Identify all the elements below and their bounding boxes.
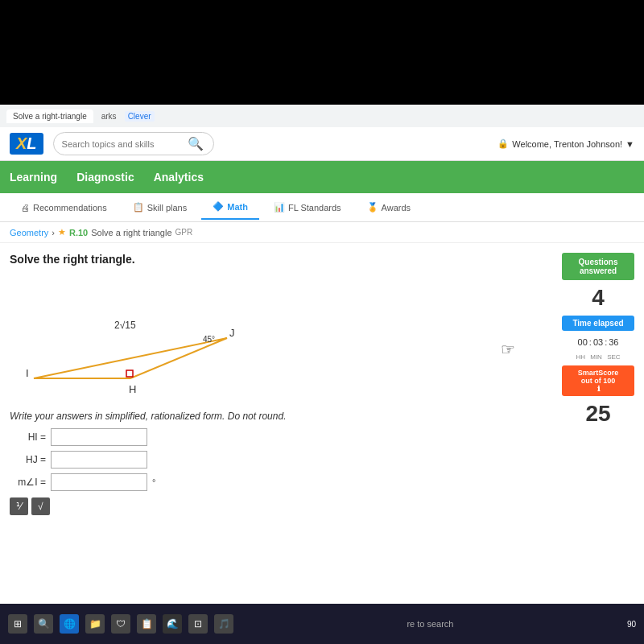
input-hi[interactable] <box>51 428 147 446</box>
awards-label: Awards <box>382 203 411 213</box>
breadcrumb-tag: GPR <box>175 228 193 237</box>
breadcrumb-skill-name: Solve a right triangle <box>91 228 171 237</box>
taskbar: ⊞ 🔍 🌐 📁 🛡 📋 🌊 ⊡ 🎵 re to search 90 <box>0 604 644 644</box>
search-input[interactable] <box>62 139 183 149</box>
label-min: MIN <box>590 353 602 361</box>
fl-label: FL Standards <box>288 203 341 213</box>
tab-recommendations[interactable]: 🖨 Recommendations <box>10 196 118 219</box>
taskbar-search-btn[interactable]: 🔍 <box>34 614 53 634</box>
input-hj[interactable] <box>51 451 147 469</box>
dropdown-icon[interactable]: ▼ <box>625 139 634 149</box>
smartscore-label: SmartScore <box>565 369 631 377</box>
label-hj: HJ = <box>10 454 46 465</box>
lock-icon: 🔒 <box>497 138 509 149</box>
svg-marker-0 <box>34 338 227 378</box>
taskbar-search-text: re to search <box>407 619 453 629</box>
tab-awards[interactable]: 🏅 Awards <box>356 196 422 219</box>
smartscore-info-icon: ℹ <box>597 385 600 393</box>
questions-count: 4 <box>562 285 634 311</box>
taskbar-shield[interactable]: 🛡 <box>111 614 130 634</box>
time-elapsed-label: Time elapsed <box>565 319 631 328</box>
time-sep1: : <box>589 337 592 347</box>
browser-tab[interactable]: Solve a right-triangle <box>6 109 93 123</box>
fl-icon: 📊 <box>274 202 285 213</box>
welcome-label: Welcome, Trenton Johnson! <box>512 139 622 149</box>
breadcrumb-star: ★ <box>58 227 66 237</box>
smartscore-sub: out of 100 <box>565 377 631 385</box>
label-hi: HI = <box>10 431 46 443</box>
sub-tabs: 🖨 Recommendations 📋 Skill plans 🔷 Math 📊… <box>0 193 644 222</box>
svg-text:2√15: 2√15 <box>114 320 136 331</box>
tab-math[interactable]: 🔷 Math <box>201 195 259 220</box>
browser-chrome: Solve a right-triangle arks Clever <box>0 105 644 127</box>
search-icon: 🔍 <box>188 136 204 151</box>
label-mi: m∠I = <box>10 477 46 488</box>
recommendations-icon: 🖨 <box>21 203 30 213</box>
taskbar-right: 90 <box>627 620 636 629</box>
time-box: Time elapsed <box>562 316 634 331</box>
svg-rect-1 <box>126 370 133 377</box>
svg-text:J: J <box>229 327 235 339</box>
awards-icon: 🏅 <box>367 202 378 213</box>
taskbar-folder[interactable]: 📁 <box>85 614 105 634</box>
breadcrumb-skill-code: R.10 <box>69 228 88 237</box>
sqrt-button[interactable]: √ <box>31 497 50 515</box>
action-buttons: ⅟ √ <box>10 497 552 515</box>
screen: Solve a right-triangle arks Clever XL 🔍 … <box>0 105 644 604</box>
bookmark-clever[interactable]: Clever <box>125 112 155 121</box>
ixl-logo[interactable]: XL <box>10 133 43 155</box>
math-icon: 🔷 <box>213 201 224 212</box>
tab-fl-standards[interactable]: 📊 FL Standards <box>262 196 353 219</box>
top-black-area <box>0 0 644 105</box>
label-sec: SEC <box>607 353 620 361</box>
triangle-svg: I J H 2√15 45° <box>10 274 251 398</box>
nav-analytics[interactable]: Analytics <box>154 164 204 190</box>
questions-box: Questions answered <box>562 253 634 280</box>
time-sep2: : <box>605 337 607 347</box>
main-content: Solve the right triangle. I J H 2√15 45° <box>0 243 644 525</box>
questions-answered-label: Questions answered <box>565 258 631 275</box>
svg-text:I: I <box>26 367 29 379</box>
bookmark-arks[interactable]: arks <box>101 112 117 121</box>
time-hours: 00 <box>578 337 588 347</box>
skillplans-icon: 📋 <box>133 202 144 213</box>
input-mi[interactable] <box>51 473 147 491</box>
recommendations-label: Recommendations <box>33 203 107 213</box>
clock-time: 90 <box>627 620 636 629</box>
taskbar-browser[interactable]: 🌐 <box>60 614 79 634</box>
breadcrumb-separator: › <box>52 228 55 237</box>
nav-diagnostic[interactable]: Diagnostic <box>76 164 134 190</box>
problem-title: Solve the right triangle. <box>10 253 552 266</box>
search-bar[interactable]: 🔍 <box>53 132 214 155</box>
taskbar-app1[interactable]: ⊡ <box>188 614 208 634</box>
breadcrumb: Geometry › ★ R.10 Solve a right triangle… <box>0 222 644 243</box>
triangle-container: I J H 2√15 45° <box>10 274 552 402</box>
taskbar-chrome[interactable]: 🌊 <box>163 614 182 634</box>
input-row-hi: HI = <box>10 428 552 446</box>
skillplans-label: Skill plans <box>147 203 188 213</box>
input-row-mi: m∠I = ° <box>10 473 552 491</box>
tab-skill-plans[interactable]: 📋 Skill plans <box>122 196 199 219</box>
ixl-header: XL 🔍 🔒 Welcome, Trenton Johnson! ▼ <box>0 127 644 161</box>
nav-learning[interactable]: Learning <box>10 164 57 190</box>
time-labels: HH MIN SEC <box>562 353 634 361</box>
problem-area: Solve the right triangle. I J H 2√15 45° <box>10 253 552 515</box>
fraction-button[interactable]: ⅟ <box>10 497 28 515</box>
time-seconds: 36 <box>609 337 618 347</box>
taskbar-music[interactable]: 🎵 <box>214 614 233 634</box>
nav-bar: Learning Diagnostic Analytics <box>0 161 644 193</box>
taskbar-clock: 90 <box>627 620 636 629</box>
instruction-text: Write your answers in simplified, ration… <box>10 411 552 422</box>
smartscore-box: SmartScore out of 100 ℹ <box>562 365 634 396</box>
smartscore-value: 25 <box>562 401 634 427</box>
degree-symbol: ° <box>152 477 155 487</box>
right-panel: Questions answered 4 Time elapsed 00 : 0… <box>562 253 634 515</box>
breadcrumb-section[interactable]: Geometry <box>10 228 48 237</box>
svg-text:45°: 45° <box>203 335 215 344</box>
ixl-x: X <box>16 134 27 152</box>
welcome-text: 🔒 Welcome, Trenton Johnson! ▼ <box>497 138 634 149</box>
time-display: 00 : 03 : 36 <box>562 337 634 347</box>
math-label: Math <box>227 202 248 212</box>
taskbar-start[interactable]: ⊞ <box>8 614 27 634</box>
taskbar-store[interactable]: 📋 <box>137 614 156 634</box>
